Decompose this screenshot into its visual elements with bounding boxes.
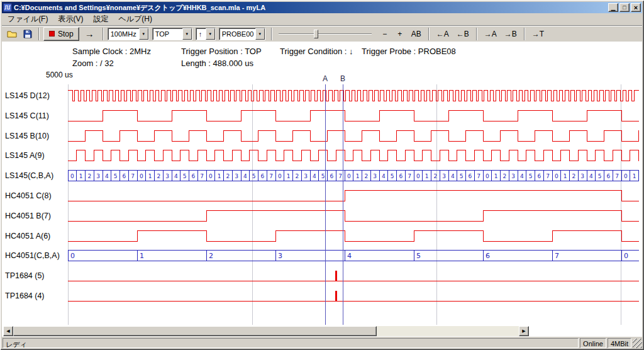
channel-label: LS145 C(11): [5, 111, 49, 121]
status-memory: 4MBit: [608, 338, 631, 348]
channel-waveform: [68, 230, 639, 241]
marker-b-label[interactable]: B: [339, 74, 347, 83]
bus-value: 4: [243, 173, 247, 179]
sample-clock-info: Sample Clock : 2MHz: [72, 47, 151, 56]
toolbar-separator: [428, 28, 430, 40]
channel-label: TP1684 (5): [5, 271, 45, 281]
minimize-button[interactable]: ▁: [608, 3, 618, 12]
chevron-down-icon[interactable]: ▼: [255, 28, 265, 40]
trigger-position-select[interactable]: TOP ▼: [152, 28, 192, 40]
trigger-probe-select[interactable]: PROBE00 ▼: [219, 28, 265, 40]
bus-value: 1: [633, 173, 636, 179]
pulse-mark: [335, 291, 337, 302]
bus-value: 7: [555, 252, 559, 260]
bus-value: 1: [148, 173, 152, 179]
titlebar[interactable]: C:¥Documents and Settings¥noname¥デスクトップ¥…: [2, 2, 642, 13]
bus-value: 4: [451, 173, 455, 179]
bus-cell: [137, 251, 206, 261]
bus-value: 6: [486, 252, 490, 260]
bus-value: 1: [218, 173, 221, 179]
bus-value: 6: [399, 173, 403, 179]
goto-marker-b-right-button[interactable]: →B: [501, 27, 520, 41]
goto-marker-a-left-button[interactable]: ←A: [433, 27, 452, 41]
bus-value: 0: [347, 173, 351, 179]
bus-value: 0: [209, 173, 213, 179]
chevron-down-icon[interactable]: ▼: [182, 28, 192, 40]
bus-value: 7: [200, 173, 204, 179]
trigger-edge-value: ↑: [196, 28, 206, 40]
bus-value: 3: [580, 173, 584, 179]
bus-cell: [414, 251, 483, 261]
maximize-button[interactable]: □: [619, 3, 630, 12]
stop-button[interactable]: Stop: [43, 27, 79, 41]
close-button[interactable]: ×: [631, 3, 641, 12]
menu-settings[interactable]: 設定: [88, 13, 113, 26]
trigger-probe-info: Trigger Probe : PROBE08: [362, 47, 456, 56]
channel-label: TP1684 (4): [5, 291, 45, 301]
sample-clock-value: 100MHz: [108, 28, 139, 40]
bus-cell: [68, 251, 137, 261]
menu-file[interactable]: ファイル(F): [3, 13, 53, 26]
save-button[interactable]: [21, 27, 35, 41]
channel-label: LS145 B(10): [5, 131, 49, 141]
scroll-right-button[interactable]: ▶: [519, 326, 529, 336]
bus-value: 7: [131, 173, 135, 179]
open-button[interactable]: [4, 27, 19, 41]
bus-value: 1: [356, 173, 360, 179]
bus-value: 2: [88, 173, 92, 179]
bus-value: 0: [624, 173, 628, 179]
zoom-slider-thumb[interactable]: [314, 30, 318, 38]
goto-marker-b-left-button[interactable]: ←B: [453, 27, 472, 41]
bus-value: 7: [269, 173, 273, 179]
ab-markers-button[interactable]: AB: [408, 27, 425, 41]
floppy-save-icon: [23, 30, 32, 38]
bus-value: 2: [434, 173, 438, 179]
scrollbar-track[interactable]: [13, 326, 519, 336]
trigger-condition-info: Trigger Condition : ↓: [280, 47, 353, 56]
bus-value: 0: [624, 252, 628, 260]
bus-value: 3: [278, 252, 282, 260]
menu-view[interactable]: 表示(V): [53, 13, 88, 26]
bus-value: 4: [589, 173, 593, 179]
resize-grip[interactable]: [633, 339, 642, 348]
app-window: C:¥Documents and Settings¥noname¥デスクトップ¥…: [0, 0, 644, 350]
stop-icon: [49, 31, 55, 37]
chevron-down-icon[interactable]: ▼: [139, 28, 148, 40]
marker-a-label[interactable]: A: [321, 74, 329, 83]
bus-value: 5: [416, 252, 421, 260]
bus-value: 1: [140, 252, 144, 260]
zoom-in-button[interactable]: +: [393, 27, 407, 41]
bus-value: 2: [503, 173, 507, 179]
scroll-left-button[interactable]: ◀: [3, 326, 13, 336]
zoom-out-button[interactable]: −: [378, 27, 392, 41]
zoom-slider-track: [279, 33, 372, 35]
menu-help[interactable]: ヘルプ(H): [113, 13, 157, 26]
goto-trigger-button[interactable]: →T: [529, 27, 547, 41]
zoom-slider[interactable]: [279, 28, 372, 40]
open-folder-icon: [7, 30, 17, 38]
trigger-edge-select[interactable]: ↑ ▼: [196, 28, 216, 40]
toolbar-separator: [524, 28, 525, 40]
run-button[interactable]: →: [80, 27, 99, 41]
timebase-label: 5000 us: [46, 71, 73, 79]
bus-value: 5: [598, 173, 602, 179]
pulse-mark: [335, 271, 337, 281]
horizontal-scrollbar[interactable]: ◀ ▶: [3, 326, 529, 336]
statusbar: レディ Online 4MBit: [2, 337, 642, 348]
toolbar-separator: [38, 28, 40, 40]
sample-clock-select[interactable]: 100MHz ▼: [108, 28, 149, 40]
bus-value: 0: [278, 173, 282, 179]
stop-label: Stop: [58, 30, 74, 38]
bus-value: 1: [79, 173, 83, 179]
waveform-plot[interactable]: 0123456701234567012345670123456701234567…: [68, 84, 639, 325]
status-online: Online: [580, 338, 606, 348]
bus-value: 5: [252, 173, 256, 179]
scrollbar-thumb[interactable]: [13, 326, 377, 336]
chevron-down-icon[interactable]: ▼: [206, 28, 215, 40]
window-title: C:¥Documents and Settings¥noname¥デスクトップ¥…: [14, 3, 606, 13]
bus-value: 5: [529, 173, 533, 179]
bus-value: 1: [494, 173, 498, 179]
trigger-position-info: Trigger Position : TOP: [181, 47, 262, 56]
bus-value: 3: [96, 173, 100, 179]
goto-marker-a-right-button[interactable]: →A: [481, 27, 500, 41]
